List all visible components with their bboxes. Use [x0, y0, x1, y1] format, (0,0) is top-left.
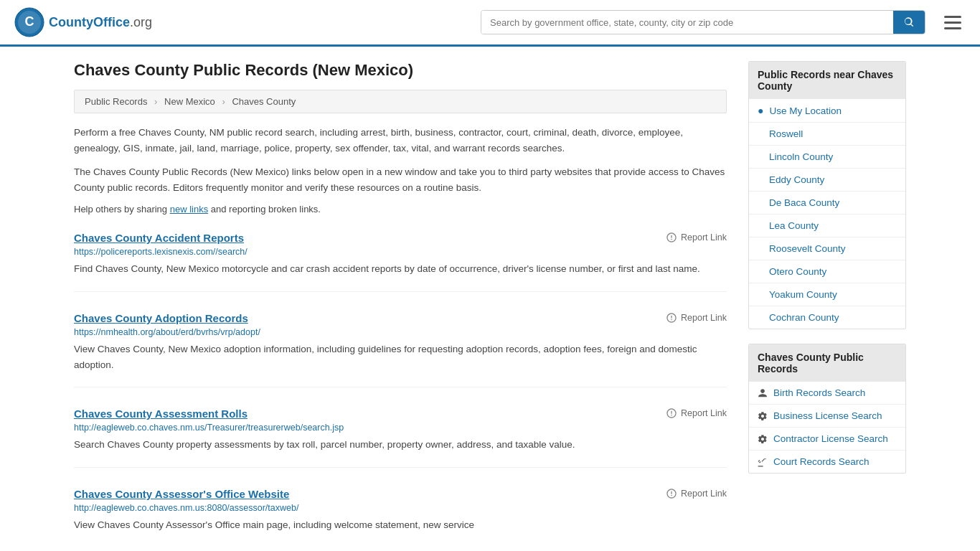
menu-line — [944, 16, 961, 18]
search-button[interactable] — [893, 11, 925, 34]
logo-text: CountyOffice.org — [49, 15, 152, 30]
record-entry: Chaves County Assessment Rolls Report Li… — [74, 408, 727, 468]
record-description: View Chaves County, New Mexico adoption … — [74, 342, 727, 372]
record-description: View Chaves County Assessor's Office mai… — [74, 517, 727, 533]
sidebar: Public Records near Chaves County ●Use M… — [748, 61, 906, 551]
description-2: The Chaves County Public Records (New Me… — [74, 164, 727, 195]
breadcrumb-current: Chaves County — [232, 96, 296, 107]
report-link[interactable]: Report Link — [666, 488, 727, 499]
search-input[interactable] — [481, 11, 893, 34]
nearby-list: ●Use My LocationRoswellLincoln CountyEdd… — [749, 99, 905, 329]
nearby-list-item[interactable]: De Baca County — [749, 192, 905, 215]
nearby-link[interactable]: Roosevelt County — [769, 243, 846, 254]
main-content: Chaves County Public Records (New Mexico… — [74, 61, 727, 551]
record-url[interactable]: http://eagleweb.co.chaves.nm.us:8080/ass… — [74, 503, 727, 513]
record-entry: Chaves County Adoption Records Report Li… — [74, 312, 727, 387]
record-title[interactable]: Chaves County Adoption Records — [74, 312, 248, 324]
nearby-link[interactable]: Cochran County — [769, 312, 839, 323]
sidebar-record-item[interactable]: Contractor License Search — [749, 428, 905, 451]
records-section: Chaves County Public Records Birth Recor… — [748, 344, 906, 474]
records-sidebar-list: Birth Records SearchBusiness License Sea… — [749, 382, 905, 473]
main-container: Chaves County Public Records (New Mexico… — [60, 47, 920, 551]
breadcrumb-separator: › — [154, 96, 157, 107]
gear-icon — [758, 411, 768, 421]
nearby-list-item[interactable]: Roswell — [749, 123, 905, 146]
records-container: Chaves County Accident Reports Report Li… — [74, 232, 727, 547]
record-title[interactable]: Chaves County Accident Reports — [74, 232, 244, 244]
record-url[interactable]: https://nmhealth.org/about/erd/bvrhs/vrp… — [74, 327, 727, 337]
nearby-link[interactable]: Eddy County — [769, 174, 824, 185]
sidebar-record-link[interactable]: Contractor License Search — [773, 433, 888, 444]
sidebar-record-link[interactable]: Court Records Search — [773, 456, 870, 467]
record-header: Chaves County Assessor's Office Website … — [74, 488, 727, 500]
new-links-link[interactable]: new links — [170, 204, 208, 215]
description-1: Perform a free Chaves County, NM public … — [74, 125, 727, 156]
site-header: C CountyOffice.org — [0, 0, 980, 47]
gear-icon — [758, 434, 768, 444]
sidebar-record-item[interactable]: Birth Records Search — [749, 382, 905, 405]
sidebar-record-item[interactable]: Court Records Search — [749, 451, 905, 473]
nearby-link[interactable]: De Baca County — [769, 197, 839, 208]
nearby-link[interactable]: Use My Location — [769, 105, 842, 116]
nearby-link[interactable]: Lincoln County — [769, 151, 833, 162]
record-description: Find Chaves County, New Mexico motorcycl… — [74, 261, 727, 277]
menu-button[interactable] — [940, 11, 966, 34]
record-header: Chaves County Accident Reports Report Li… — [74, 232, 727, 244]
page-title: Chaves County Public Records (New Mexico… — [74, 61, 727, 80]
nearby-list-item[interactable]: Cochran County — [749, 306, 905, 329]
nearby-list-item[interactable]: Roosevelt County — [749, 237, 905, 260]
search-icon — [903, 17, 915, 28]
nearby-list-item[interactable]: Yoakum County — [749, 283, 905, 306]
report-link[interactable]: Report Link — [666, 408, 727, 419]
breadcrumb-link-new-mexico[interactable]: New Mexico — [164, 96, 215, 107]
report-icon — [666, 232, 677, 243]
person-icon — [758, 388, 768, 398]
logo-link[interactable]: C CountyOffice.org — [14, 7, 152, 37]
report-link[interactable]: Report Link — [666, 312, 727, 324]
breadcrumb-separator: › — [222, 96, 225, 107]
nearby-link[interactable]: Roswell — [769, 128, 803, 139]
record-description: Search Chaves County property assessment… — [74, 437, 727, 453]
svg-text:C: C — [25, 14, 34, 29]
nearby-link[interactable]: Yoakum County — [769, 289, 837, 300]
report-icon — [666, 408, 677, 419]
nearby-list-item[interactable]: Lea County — [749, 215, 905, 237]
search-bar — [481, 10, 925, 34]
menu-line — [944, 27, 961, 29]
report-icon — [666, 488, 677, 499]
report-icon — [666, 312, 677, 324]
report-link[interactable]: Report Link — [666, 232, 727, 243]
records-sidebar-title: Chaves County Public Records — [749, 344, 905, 382]
share-note: Help others by sharing new links and rep… — [74, 204, 727, 215]
nearby-title: Public Records near Chaves County — [749, 62, 905, 99]
breadcrumb-link-public-records[interactable]: Public Records — [85, 96, 147, 107]
sidebar-record-link[interactable]: Birth Records Search — [773, 387, 865, 398]
record-entry: Chaves County Accident Reports Report Li… — [74, 232, 727, 292]
sidebar-record-link[interactable]: Business License Search — [773, 410, 882, 421]
nearby-list-item[interactable]: Eddy County — [749, 169, 905, 192]
record-url[interactable]: http://eagleweb.co.chaves.nm.us/Treasure… — [74, 423, 727, 433]
gavel-icon — [758, 457, 768, 467]
breadcrumb: Public Records › New Mexico › Chaves Cou… — [74, 90, 727, 113]
nearby-section: Public Records near Chaves County ●Use M… — [748, 61, 906, 329]
nearby-list-item[interactable]: ●Use My Location — [749, 99, 905, 123]
record-header: Chaves County Adoption Records Report Li… — [74, 312, 727, 324]
record-header: Chaves County Assessment Rolls Report Li… — [74, 408, 727, 420]
sidebar-record-item[interactable]: Business License Search — [749, 405, 905, 428]
location-icon: ● — [758, 105, 763, 116]
record-title[interactable]: Chaves County Assessor's Office Website — [74, 488, 289, 500]
logo-icon: C — [14, 7, 44, 37]
record-url[interactable]: https://policereports.lexisnexis.com//se… — [74, 247, 727, 257]
nearby-list-item[interactable]: Lincoln County — [749, 146, 905, 169]
record-entry: Chaves County Assessor's Office Website … — [74, 488, 727, 547]
menu-line — [944, 22, 961, 24]
record-title[interactable]: Chaves County Assessment Rolls — [74, 408, 248, 420]
nearby-list-item[interactable]: Otero County — [749, 260, 905, 283]
nearby-link[interactable]: Lea County — [769, 220, 819, 231]
nearby-link[interactable]: Otero County — [769, 266, 826, 277]
